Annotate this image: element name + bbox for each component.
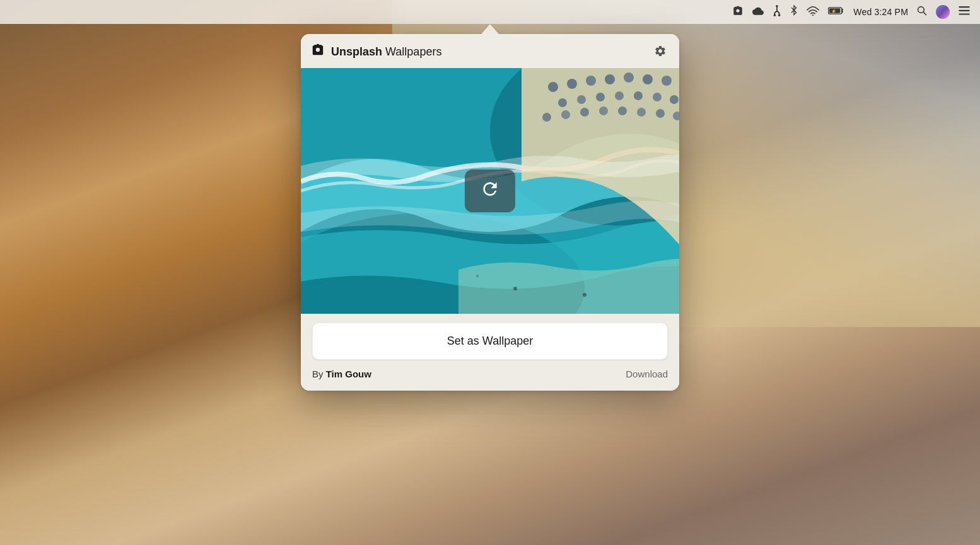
author-label: By Tim Gouw	[312, 369, 371, 379]
svg-point-23	[577, 95, 586, 104]
svg-point-29	[542, 113, 551, 122]
menubar: ⚡ Wed 3:24 PM	[0, 0, 980, 24]
svg-point-18	[605, 74, 615, 84]
refresh-button[interactable]	[465, 169, 515, 212]
search-menubar-icon[interactable]	[917, 6, 927, 18]
svg-point-2	[778, 14, 781, 16]
svg-point-31	[580, 108, 589, 117]
app-camera-icon	[311, 43, 325, 60]
svg-point-30	[561, 110, 570, 119]
svg-point-20	[643, 74, 653, 84]
svg-rect-11	[959, 13, 970, 14]
svg-point-15	[548, 82, 558, 92]
svg-point-27	[653, 93, 662, 101]
refresh-icon	[480, 179, 500, 204]
cloud-menubar-icon[interactable]	[752, 6, 764, 18]
svg-point-25	[615, 91, 624, 100]
popover-arrow	[481, 24, 499, 34]
control-center-menubar-icon[interactable]	[959, 6, 970, 18]
svg-point-39	[476, 275, 479, 277]
popover-panel: Unsplash Wallpapers	[301, 34, 679, 391]
popover-header-left: Unsplash Wallpapers	[311, 43, 441, 60]
svg-point-33	[618, 106, 627, 115]
svg-text:⚡: ⚡	[831, 8, 837, 14]
user-avatar[interactable]	[936, 5, 950, 19]
svg-point-1	[774, 14, 776, 16]
svg-point-22	[558, 98, 567, 107]
set-wallpaper-button[interactable]: Set as Wallpaper	[312, 323, 668, 360]
menubar-right: ⚡ Wed 3:24 PM	[732, 5, 970, 19]
download-button[interactable]: Download	[626, 369, 668, 379]
svg-point-38	[583, 293, 586, 297]
svg-point-35	[656, 109, 665, 118]
bluetooth-menubar-icon[interactable]	[790, 5, 798, 19]
svg-point-17	[586, 76, 596, 86]
svg-point-0	[776, 5, 778, 8]
battery-menubar-icon[interactable]: ⚡	[828, 6, 844, 18]
wallpaper-preview	[301, 68, 679, 314]
popover-bottom: Set as Wallpaper By Tim Gouw Download	[301, 314, 679, 391]
svg-point-16	[567, 79, 577, 89]
svg-point-34	[637, 108, 646, 117]
svg-point-24	[596, 93, 605, 101]
menubar-time: Wed 3:24 PM	[853, 7, 908, 17]
fork-menubar-icon[interactable]	[773, 5, 781, 19]
popover-footer: By Tim Gouw Download	[312, 369, 668, 379]
svg-point-3	[812, 14, 814, 16]
svg-rect-9	[959, 6, 970, 8]
svg-point-32	[599, 106, 608, 115]
camera-menubar-icon[interactable]	[732, 5, 744, 19]
wifi-menubar-icon[interactable]	[807, 6, 819, 18]
svg-point-26	[634, 91, 643, 100]
svg-point-28	[670, 95, 679, 104]
popover-header: Unsplash Wallpapers	[301, 34, 679, 68]
app-title: Unsplash Wallpapers	[331, 45, 441, 59]
svg-rect-10	[959, 10, 970, 11]
svg-point-37	[513, 287, 517, 290]
svg-point-19	[624, 72, 634, 83]
svg-point-21	[662, 76, 672, 86]
svg-line-8	[923, 12, 926, 14]
settings-button[interactable]	[653, 43, 668, 60]
